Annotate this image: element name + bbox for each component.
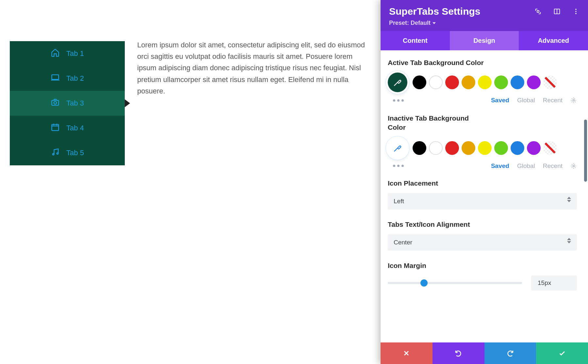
tab-label: Tab 3 — [66, 99, 84, 108]
swatch-green[interactable] — [494, 141, 508, 155]
laptop-icon — [51, 73, 60, 84]
palette-global[interactable]: Global — [517, 162, 535, 170]
swatch-green[interactable] — [494, 75, 508, 89]
swatch-yellow[interactable] — [478, 141, 492, 155]
settings-panel: SuperTabs Settings Preset: Default Conte… — [381, 0, 588, 364]
svg-point-2 — [54, 102, 57, 104]
swatch-white[interactable] — [429, 141, 443, 155]
preset-selector[interactable]: Preset: Default — [389, 20, 436, 26]
icon-margin-value[interactable]: 15px — [531, 275, 577, 290]
more-dots-icon[interactable] — [393, 165, 404, 167]
swatch-red[interactable] — [445, 75, 459, 89]
color-picker-button[interactable] — [388, 138, 407, 158]
swatch-none[interactable] — [543, 75, 557, 89]
camera-icon — [51, 98, 60, 109]
panel-title: SuperTabs Settings — [389, 6, 481, 17]
swatch-red[interactable] — [445, 141, 459, 155]
tab-content-settings[interactable]: Content — [381, 31, 450, 50]
gear-icon[interactable] — [570, 97, 577, 104]
more-dots-icon[interactable] — [393, 99, 404, 102]
panel-footer — [381, 342, 588, 364]
chevrons-icon — [567, 241, 571, 243]
svg-point-10 — [575, 13, 577, 14]
svg-point-12 — [573, 165, 575, 167]
text-align-label: Tabs Text/Icon Alignment — [388, 221, 577, 228]
tab-design-settings[interactable]: Design — [450, 31, 519, 50]
svg-rect-0 — [52, 75, 59, 79]
swatch-orange[interactable] — [462, 75, 475, 89]
tab-advanced-settings[interactable]: Advanced — [519, 31, 588, 50]
tab-label: Tab 4 — [66, 124, 84, 132]
active-bg-label: Active Tab Background Color — [388, 59, 577, 67]
kebab-icon[interactable] — [572, 8, 580, 15]
swatch-black[interactable] — [413, 75, 426, 89]
svg-point-11 — [573, 100, 575, 101]
icon-margin-label: Icon Margin — [388, 262, 577, 270]
cancel-button[interactable] — [381, 342, 433, 364]
swatch-none[interactable] — [543, 141, 557, 155]
inactive-bg-label: Inactive Tab Background Color — [388, 114, 486, 132]
svg-rect-1 — [52, 100, 59, 105]
caret-down-icon — [433, 22, 436, 24]
tab-rail: Tab 1 Tab 2 Tab 3 Tab 4 — [10, 41, 125, 165]
swatch-purple[interactable] — [527, 141, 541, 155]
swatch-black[interactable] — [413, 141, 426, 155]
demo-text: Lorem ipsum dolor sit amet, consectetur … — [137, 39, 366, 97]
save-button[interactable] — [536, 342, 588, 364]
home-icon — [51, 48, 60, 59]
inactive-bg-swatches — [388, 138, 577, 158]
swatch-purple[interactable] — [527, 75, 541, 89]
active-bg-swatches — [388, 73, 577, 92]
svg-rect-6 — [537, 10, 539, 12]
svg-rect-3 — [52, 124, 59, 131]
swatch-blue[interactable] — [511, 141, 524, 155]
expand-icon[interactable] — [534, 8, 542, 15]
swatch-yellow[interactable] — [478, 75, 492, 89]
preview-area: Tab 1 Tab 2 Tab 3 Tab 4 — [10, 41, 366, 165]
gear-icon[interactable] — [570, 163, 577, 169]
select-value: Center — [394, 239, 412, 246]
svg-point-8 — [575, 9, 577, 10]
palette-saved[interactable]: Saved — [491, 97, 509, 104]
tab-item-5[interactable]: Tab 5 — [10, 141, 125, 165]
scrollbar-thumb[interactable] — [584, 120, 587, 182]
tab-label: Tab 5 — [66, 149, 84, 157]
swatch-blue[interactable] — [511, 75, 524, 89]
icon-placement-label: Icon Placement — [388, 179, 577, 187]
swatch-orange[interactable] — [462, 141, 475, 155]
tab-content: Lorem ipsum dolor sit amet, consectetur … — [125, 41, 366, 97]
panel-body: Active Tab Background Color Saved Global… — [381, 50, 588, 342]
tab-label: Tab 1 — [66, 49, 84, 58]
tab-item-2[interactable]: Tab 2 — [10, 66, 125, 91]
swatch-white[interactable] — [429, 75, 443, 89]
icon-margin-slider[interactable] — [388, 282, 522, 284]
preset-label: Preset: Default — [389, 20, 431, 26]
palette-recent[interactable]: Recent — [543, 162, 563, 170]
svg-point-5 — [57, 153, 58, 154]
undo-button[interactable] — [433, 342, 484, 364]
text-align-select[interactable]: Center — [388, 234, 577, 251]
tab-item-3[interactable]: Tab 3 — [10, 91, 125, 116]
chevrons-icon — [567, 200, 571, 202]
tabs-demo: Tab 1 Tab 2 Tab 3 Tab 4 — [10, 41, 366, 165]
svg-point-4 — [53, 154, 54, 155]
tab-item-4[interactable]: Tab 4 — [10, 116, 125, 141]
palette-saved[interactable]: Saved — [491, 162, 509, 170]
columns-icon[interactable] — [553, 8, 561, 15]
panel-header: SuperTabs Settings Preset: Default — [381, 0, 588, 31]
palette-global[interactable]: Global — [517, 97, 535, 104]
tab-item-1[interactable]: Tab 1 — [10, 41, 125, 66]
music-icon — [51, 147, 60, 158]
panel-tabs: Content Design Advanced — [381, 31, 588, 50]
slider-thumb[interactable] — [420, 279, 428, 287]
palette-recent[interactable]: Recent — [543, 97, 563, 104]
select-value: Left — [394, 198, 404, 205]
calendar-icon — [51, 123, 60, 134]
tab-label: Tab 2 — [66, 74, 84, 83]
redo-button[interactable] — [484, 342, 536, 364]
svg-point-9 — [575, 11, 577, 12]
color-picker-button[interactable] — [388, 73, 407, 92]
icon-placement-select[interactable]: Left — [388, 193, 577, 209]
